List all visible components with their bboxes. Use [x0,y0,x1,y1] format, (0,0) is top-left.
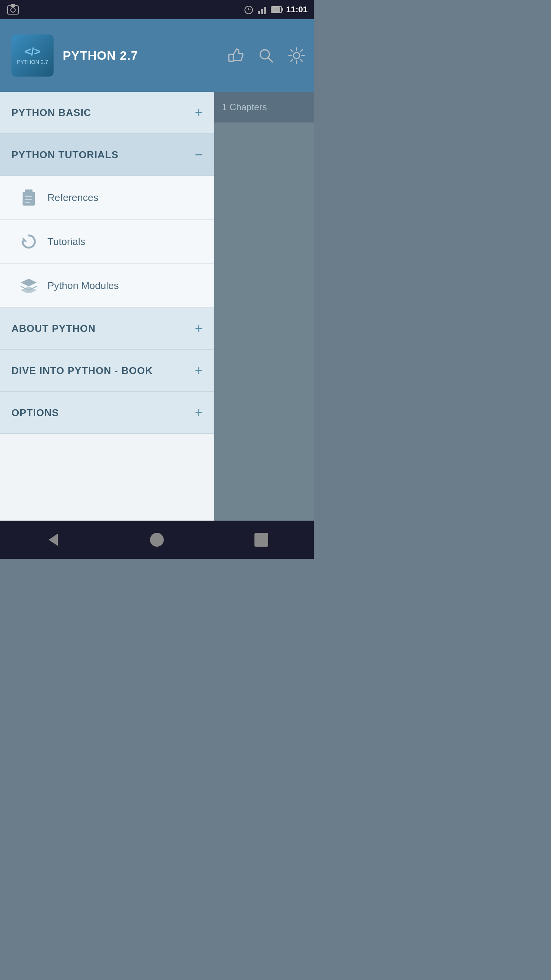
python-tutorials-subitems: References Tutorials [0,176,214,307]
dive-into-python-toggle: + [195,364,203,377]
svg-rect-6 [258,11,260,14]
python-tutorials-label: PYTHON TUTORIALS [11,149,119,161]
sub-item-references[interactable]: References [0,176,214,220]
alarm-icon [243,4,254,15]
svg-point-28 [150,533,164,547]
svg-rect-29 [254,533,268,547]
battery-icon [271,4,283,15]
home-button[interactable] [142,524,172,555]
svg-rect-23 [229,54,233,61]
bottom-nav [0,521,314,559]
logo-version: PYTHON 2.7 [17,59,48,65]
status-time: 11:01 [286,5,308,15]
svg-marker-27 [49,534,58,546]
references-label: References [47,192,98,204]
python-tutorials-toggle: − [195,148,203,162]
recent-button[interactable] [246,524,277,555]
chapters-text: 1 Chapters [222,102,267,113]
signal-icon [257,4,268,15]
refresh-icon [19,232,38,251]
menu-item-about-python[interactable]: ABOUT PYTHON + [0,308,214,350]
svg-rect-8 [264,7,266,14]
about-python-label: ABOUT PYTHON [11,323,96,335]
menu-section-about-python: ABOUT PYTHON + [0,308,214,350]
sub-item-python-modules[interactable]: Python Modules [0,264,214,307]
svg-line-25 [268,57,272,62]
about-python-toggle: + [195,322,203,335]
dive-into-python-label: DIVE INTO PYTHON - BOOK [11,365,153,377]
menu-section-dive-into-python: DIVE INTO PYTHON - BOOK + [0,350,214,392]
menu-item-python-basic[interactable]: PYTHON BASIC + [0,92,214,134]
sidebar-header: </> PYTHON 2.7 PYTHON 2.7 [0,19,214,92]
svg-rect-10 [272,7,280,12]
app-logo: </> PYTHON 2.7 [11,34,54,77]
photo-icon [6,3,20,16]
chapters-bar: 1 Chapters [214,92,314,122]
menu-item-python-tutorials[interactable]: PYTHON TUTORIALS − [0,134,214,176]
menu-section-python-tutorials: PYTHON TUTORIALS − [0,134,214,308]
app-bar [214,19,314,92]
menu-item-options[interactable]: OPTIONS + [0,392,214,434]
status-bar-left [6,3,20,16]
right-panel: 1 Chapters [214,19,314,559]
logo-inner: </> PYTHON 2.7 [11,34,54,77]
search-button[interactable] [253,42,279,69]
svg-rect-12 [23,192,35,206]
svg-rect-14 [25,189,33,193]
sidebar: </> PYTHON 2.7 PYTHON 2.7 PYTHON BASIC +… [0,19,214,559]
right-content [214,122,314,559]
clipboard-icon [19,188,38,207]
svg-marker-18 [23,237,27,242]
svg-rect-7 [261,9,263,14]
layers-icon [19,276,38,295]
svg-point-26 [293,52,300,59]
svg-rect-0 [8,6,18,14]
tutorials-label: Tutorials [47,236,85,248]
python-modules-label: Python Modules [47,280,119,292]
sub-item-tutorials[interactable]: Tutorials [0,220,214,264]
svg-marker-19 [21,279,37,286]
svg-point-1 [11,8,15,12]
menu-section-options: OPTIONS + [0,392,214,434]
python-basic-label: PYTHON BASIC [11,107,91,119]
logo-code: </> [17,46,48,58]
options-toggle: + [195,406,203,420]
python-basic-toggle: + [195,106,203,119]
status-bar-right: 11:01 [243,4,308,15]
menu-item-dive-into-python[interactable]: DIVE INTO PYTHON - BOOK + [0,350,214,392]
menu-section-python-basic: PYTHON BASIC + [0,92,214,134]
status-bar: 11:01 [0,0,314,19]
svg-rect-11 [282,8,283,11]
app-title: PYTHON 2.7 [63,49,138,63]
back-button[interactable] [37,524,68,555]
thumbsup-button[interactable] [222,42,249,69]
settings-button[interactable] [283,42,310,69]
main-container: </> PYTHON 2.7 PYTHON 2.7 PYTHON BASIC +… [0,19,314,559]
options-label: OPTIONS [11,407,59,419]
